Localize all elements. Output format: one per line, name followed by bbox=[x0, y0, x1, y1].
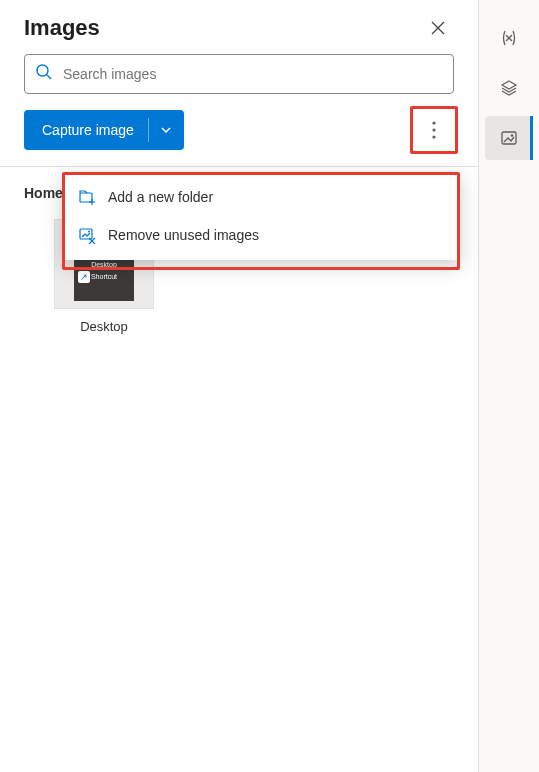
rail-images-button[interactable] bbox=[485, 116, 533, 160]
layers-icon bbox=[499, 78, 519, 98]
svg-rect-8 bbox=[80, 229, 92, 239]
svg-point-3 bbox=[432, 128, 435, 131]
rail-variables-button[interactable] bbox=[485, 16, 533, 60]
more-options-button[interactable] bbox=[414, 110, 454, 150]
more-vertical-icon bbox=[432, 121, 436, 139]
menu-item-label: Add a new folder bbox=[108, 189, 213, 205]
menu-item-add-folder[interactable]: Add a new folder bbox=[62, 178, 460, 216]
variables-icon bbox=[499, 28, 519, 48]
svg-point-13 bbox=[511, 134, 513, 136]
svg-point-0 bbox=[37, 65, 48, 76]
svg-line-1 bbox=[47, 75, 51, 79]
menu-item-remove-unused[interactable]: Remove unused images bbox=[62, 216, 460, 254]
thumb-inner-label-2: Shortcut bbox=[91, 273, 117, 281]
shortcut-badge-icon: ↗ bbox=[78, 271, 90, 283]
svg-point-4 bbox=[432, 135, 435, 138]
chevron-down-icon bbox=[160, 124, 172, 136]
search-input[interactable] bbox=[63, 66, 443, 82]
rail-layers-button[interactable] bbox=[485, 66, 533, 110]
search-box[interactable] bbox=[24, 54, 454, 94]
close-icon bbox=[431, 21, 445, 35]
right-rail bbox=[479, 0, 539, 772]
capture-image-button[interactable]: Capture image bbox=[24, 110, 184, 150]
rail-active-indicator bbox=[530, 116, 533, 160]
gallery-item-caption: Desktop bbox=[54, 319, 154, 334]
svg-rect-5 bbox=[80, 193, 92, 202]
images-icon bbox=[499, 128, 519, 148]
menu-item-label: Remove unused images bbox=[108, 227, 259, 243]
panel-title: Images bbox=[24, 15, 100, 41]
svg-point-9 bbox=[88, 231, 90, 233]
capture-image-label: Capture image bbox=[24, 110, 148, 150]
close-button[interactable] bbox=[422, 12, 454, 44]
thumb-inner-label-1: Desktop bbox=[91, 261, 117, 269]
svg-point-2 bbox=[432, 121, 435, 124]
add-folder-icon bbox=[78, 188, 96, 206]
capture-image-dropdown[interactable] bbox=[148, 110, 184, 150]
remove-images-icon bbox=[78, 226, 96, 244]
search-icon bbox=[35, 63, 53, 85]
more-options-menu: Add a new folder Remove unused images bbox=[62, 172, 460, 260]
